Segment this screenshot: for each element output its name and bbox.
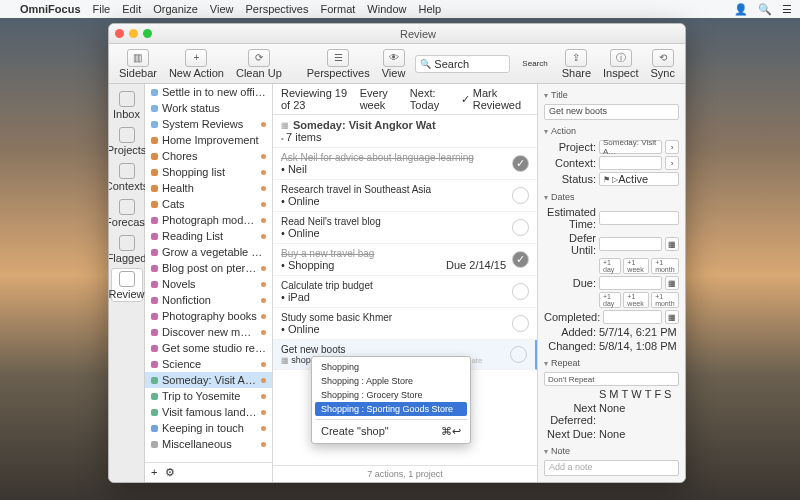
title-field[interactable]: Get new boots [544,104,679,120]
sidebar-button[interactable]: ▥Sidebar [115,47,161,81]
task-row[interactable]: Ask Neil for advice about language learn… [273,148,537,180]
task-row[interactable]: Calculate trip budget• iPad [273,276,537,308]
weekday-row: SMTWTFS [599,388,679,400]
task-row[interactable]: Buy a new travel bag• ShoppingDue 2/14/1… [273,244,537,276]
inspect-button[interactable]: ⓘInspect [599,47,642,81]
sidebar-item[interactable]: Get some studio rehearsal time [145,340,272,356]
view-button[interactable]: 👁View [378,47,410,81]
review-interval[interactable]: Every week [360,87,404,111]
sidebar-item[interactable]: Shopping list [145,164,272,180]
menu-format[interactable]: Format [321,3,356,15]
user-icon[interactable]: 👤 [734,3,748,16]
project-header: ▦ Someday: Visit Angkor Wat • 7 items [273,115,537,148]
dropdown-create[interactable]: Create "shop"⌘↩ [315,423,467,440]
sidebar-item[interactable]: Grow a vegetable garden [145,244,272,260]
nav-review[interactable]: Review [111,268,143,302]
mark-reviewed-button[interactable]: ✓ Mark Reviewed [461,87,529,111]
gear-icon[interactable]: ⚙ [165,466,175,479]
clean-up-button[interactable]: ⟳Clean Up [232,47,286,81]
menu-edit[interactable]: Edit [122,3,141,15]
minimize-button[interactable] [129,29,138,38]
sidebar-item[interactable]: Science [145,356,272,372]
sidebar-item[interactable]: Nonfiction [145,292,272,308]
calendar-icon[interactable]: ▦ [665,310,679,324]
share-button[interactable]: ⇪Share [558,47,595,81]
app-menu[interactable]: OmniFocus [20,3,81,15]
checkbox[interactable] [512,187,529,204]
zoom-button[interactable] [143,29,152,38]
nav-forecast[interactable]: Forecast [111,196,143,230]
estimated-field[interactable] [599,211,679,225]
section-note[interactable]: Note [544,444,679,458]
sidebar-item[interactable]: Discover new music [145,324,272,340]
menu-view[interactable]: View [210,3,234,15]
menu-perspectives[interactable]: Perspectives [246,3,309,15]
task-row[interactable]: Read Neil's travel blog• Online [273,212,537,244]
list-icon[interactable]: ☰ [782,3,792,16]
sidebar-item[interactable]: Photograph model ships [145,212,272,228]
checkbox[interactable] [512,283,529,300]
repeat-field[interactable]: Don't Repeat [544,372,679,386]
checkbox[interactable]: ✓ [512,251,529,268]
sidebar-item[interactable]: Home Improvement [145,132,272,148]
review-header: Reviewing 19 of 23 Every week Next: Toda… [273,84,537,115]
dropdown-item[interactable]: Shopping : Grocery Store [315,388,467,402]
dropdown-item[interactable]: Shopping : Apple Store [315,374,467,388]
project-field[interactable]: Someday: Visit A… [599,140,662,154]
calendar-icon[interactable]: ▦ [665,237,679,251]
calendar-icon[interactable]: ▦ [665,276,679,290]
nav-inbox[interactable]: Inbox [111,88,143,122]
sidebar-item[interactable]: System Reviews [145,116,272,132]
task-row[interactable]: Research travel in Southeast Asia• Onlin… [273,180,537,212]
due-quick[interactable]: +1 day+1 week+1 month [599,292,679,308]
menu-organize[interactable]: Organize [153,3,198,15]
sidebar-item[interactable]: Someday: Visit Angkor Wat [145,372,272,388]
sidebar-item[interactable]: Health [145,180,272,196]
sidebar-item[interactable]: Blog post on pterosaurs [145,260,272,276]
sidebar-item[interactable]: Work status [145,100,272,116]
status-field[interactable]: ⚑ ▷ Active [599,172,679,186]
checkbox[interactable] [512,219,529,236]
sync-button[interactable]: ⟲Sync [647,47,679,81]
project-goto-icon[interactable]: › [665,140,679,154]
due-field[interactable] [599,276,662,290]
sidebar-item[interactable]: Chores [145,148,272,164]
nav-contexts[interactable]: Contexts [111,160,143,194]
menu-window[interactable]: Window [367,3,406,15]
defer-field[interactable] [599,237,662,251]
section-repeat[interactable]: Repeat [544,356,679,370]
nav-projects[interactable]: Projects [111,124,143,158]
sidebar-item[interactable]: Visit famous landmarks [145,404,272,420]
add-icon[interactable]: + [151,466,157,479]
checkbox[interactable] [510,346,527,363]
menu-help[interactable]: Help [418,3,441,15]
search-input[interactable]: 🔍 Search [415,55,510,73]
section-dates[interactable]: Dates [544,190,679,204]
completed-field[interactable] [603,310,662,324]
section-title[interactable]: Title [544,88,679,102]
menu-file[interactable]: File [93,3,111,15]
defer-quick[interactable]: +1 day+1 week+1 month [599,258,679,274]
context-goto-icon[interactable]: › [665,156,679,170]
search-icon[interactable]: 🔍 [758,3,772,16]
sidebar-item[interactable]: Novels [145,276,272,292]
dropdown-item[interactable]: Shopping : Sporting Goods Store [315,402,467,416]
task-row[interactable]: Study some basic Khmer• Online [273,308,537,340]
new-action-button[interactable]: +New Action [165,47,228,81]
note-field[interactable]: Add a note [544,460,679,476]
sidebar-item[interactable]: Cats [145,196,272,212]
close-button[interactable] [115,29,124,38]
sidebar-item[interactable]: Keeping in touch [145,420,272,436]
context-field[interactable] [599,156,662,170]
sidebar-item[interactable]: Photography books [145,308,272,324]
nav-flagged[interactable]: Flagged [111,232,143,266]
sidebar-item[interactable]: Settle in to new office [145,84,272,100]
perspectives-button[interactable]: ☰Perspectives [303,47,374,81]
section-action[interactable]: Action [544,124,679,138]
sidebar-item[interactable]: Miscellaneous [145,436,272,452]
dropdown-item[interactable]: Shopping [315,360,467,374]
sidebar-item[interactable]: Reading List [145,228,272,244]
sidebar-item[interactable]: Trip to Yosemite [145,388,272,404]
checkbox[interactable]: ✓ [512,155,529,172]
checkbox[interactable] [512,315,529,332]
